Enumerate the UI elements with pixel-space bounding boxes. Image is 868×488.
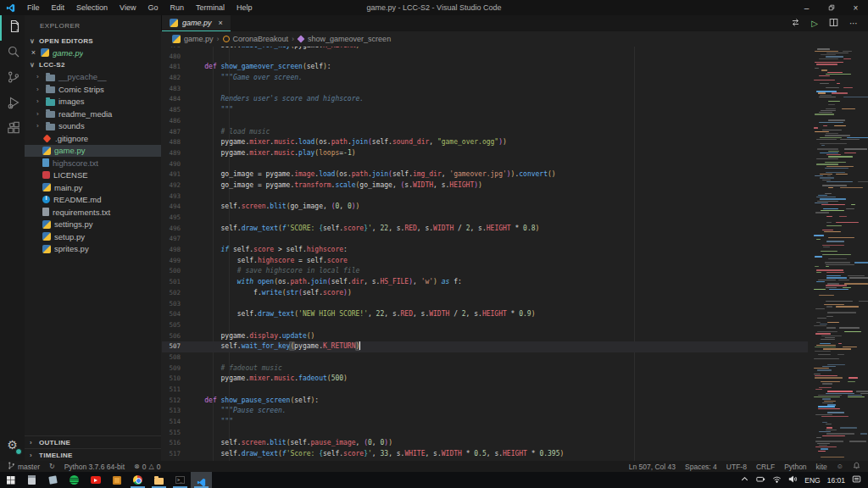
- status-encoding[interactable]: UTF-8: [726, 463, 747, 471]
- code-line-503[interactable]: 503: [162, 299, 808, 310]
- tray-keyboard-language[interactable]: ENG: [804, 476, 820, 485]
- menu-view[interactable]: View: [114, 3, 142, 12]
- status-cursor-position[interactable]: Ln 507, Col 43: [629, 463, 676, 471]
- activity-bar-run-and-debug[interactable]: [0, 92, 25, 117]
- open-editors-header[interactable]: ∨ OPEN EDITORS: [25, 35, 161, 47]
- code-line-486[interactable]: 486: [162, 116, 808, 127]
- code-line-497[interactable]: 497: [162, 234, 808, 245]
- code-line-481[interactable]: 481 def show_gameover_screen(self):: [162, 62, 808, 73]
- tree-item-license[interactable]: LICENSE: [25, 169, 161, 182]
- tree-item-readme-media[interactable]: ›readme_media: [25, 108, 161, 120]
- code-line-509[interactable]: 509 # fadeout music: [162, 363, 808, 374]
- taskbar-spotify[interactable]: [64, 472, 85, 488]
- status-kite-status[interactable]: kite: [816, 463, 827, 471]
- minimap[interactable]: [809, 47, 858, 461]
- status-indentation[interactable]: Spaces: 4: [685, 463, 717, 471]
- tree-item-main-py[interactable]: main.py: [25, 181, 161, 194]
- menu-go[interactable]: Go: [142, 3, 164, 12]
- open-changes-icon[interactable]: [791, 18, 800, 29]
- restore-button[interactable]: [819, 0, 843, 15]
- tree-item-pycache[interactable]: ›__pycache__: [25, 71, 161, 84]
- tree-item-settings-py[interactable]: settings.py: [25, 219, 161, 231]
- code-line-517[interactable]: 517 self.draw_text(f'Score: {self.score}…: [162, 449, 808, 460]
- tray-volume[interactable]: [788, 474, 798, 485]
- breadcrumb-game-py[interactable]: game.py: [172, 35, 214, 43]
- code-line-502[interactable]: 502 f.write(str(self.score)): [162, 288, 808, 299]
- code-line-491[interactable]: 491 go_image = pygame.image.load(os.path…: [162, 169, 808, 180]
- code-line-512[interactable]: 512 def show_pause_screen(self):: [162, 396, 808, 407]
- menu-selection[interactable]: Selection: [70, 3, 114, 12]
- tray-hidden-icons-chevron[interactable]: [740, 474, 749, 485]
- tree-item-gitignore[interactable]: .gitignore: [25, 132, 161, 145]
- status-sync[interactable]: ↻: [49, 463, 55, 470]
- code-line-494[interactable]: 494 self.screen.blit(go_image, (0, 0)): [162, 202, 808, 213]
- tree-item-setup-py[interactable]: setup.py: [25, 230, 161, 243]
- code-line-514[interactable]: 514 """: [162, 417, 808, 428]
- tray-action-center[interactable]: [852, 474, 861, 485]
- outline-section[interactable]: › OUTLINE: [25, 435, 161, 448]
- code-line-499[interactable]: 499 self.highscore = self.score: [162, 256, 808, 267]
- tree-item-readme-md[interactable]: README.md: [25, 194, 161, 207]
- activity-bar-explorer[interactable]: [0, 15, 25, 41]
- status-notifications[interactable]: [853, 461, 860, 472]
- timeline-section[interactable]: › TIMELINE: [25, 448, 161, 461]
- split-editor-icon[interactable]: [829, 18, 838, 29]
- activity-bar-search[interactable]: [0, 41, 25, 66]
- code-line-480[interactable]: 480: [162, 52, 808, 63]
- code-line-513[interactable]: 513 """Pause screen.: [162, 406, 808, 417]
- close-button[interactable]: ×: [843, 0, 868, 15]
- tray-clock[interactable]: 16:01: [827, 476, 845, 485]
- code-line-504[interactable]: 504 self.draw_text('NEW HIGH SCORE!', 22…: [162, 309, 808, 320]
- taskbar-start[interactable]: [0, 472, 21, 488]
- status-git-branch[interactable]: master: [8, 461, 40, 472]
- run-python-file-icon[interactable]: ▷: [811, 19, 818, 28]
- tree-item-game-py[interactable]: game.py: [25, 145, 161, 158]
- taskbar-orange-app[interactable]: [106, 472, 127, 488]
- code-line-489[interactable]: 489 pygame.mixer.music.play(loops=-1): [162, 148, 808, 159]
- taskbar-vscode[interactable]: [191, 472, 212, 488]
- tab-close-icon[interactable]: ×: [219, 19, 223, 27]
- code-line-493[interactable]: 493: [162, 191, 808, 202]
- code-editor[interactable]: 479 self.wait_for_key(pygame.K_RETURN)48…: [162, 47, 868, 461]
- status-language-mode[interactable]: Python: [784, 463, 806, 471]
- taskbar-calculator[interactable]: [21, 472, 42, 488]
- activity-bar-source-control[interactable]: [0, 66, 25, 92]
- status-problems[interactable]: ⊗0△0: [134, 463, 160, 471]
- taskbar-file-explorer[interactable]: [148, 472, 170, 488]
- code-line-511[interactable]: 511: [162, 385, 808, 396]
- status-eol[interactable]: CRLF: [756, 463, 775, 471]
- status-python-version[interactable]: Python 3.7.6 64-bit: [64, 463, 125, 471]
- tray-wifi[interactable]: [772, 474, 782, 485]
- taskbar-chrome[interactable]: [127, 472, 148, 488]
- menu-terminal[interactable]: Terminal: [190, 3, 231, 12]
- code-line-490[interactable]: 490: [162, 159, 808, 170]
- open-editor-game-py[interactable]: ×game.py: [25, 47, 161, 59]
- tree-item-sounds[interactable]: ›sounds: [25, 120, 161, 133]
- code-line-484[interactable]: 484 Renders user's score and highscore.: [162, 94, 808, 105]
- menu-help[interactable]: Help: [231, 3, 259, 12]
- code-line-496[interactable]: 496 self.draw_text(f'SCORE: {self.score}…: [162, 224, 808, 235]
- tree-item-comic-strips[interactable]: ›Comic Strips: [25, 83, 161, 96]
- code-line-510[interactable]: 510 pygame.mixer.music.fadeout(500): [162, 374, 808, 385]
- taskbar-photos[interactable]: [42, 472, 64, 488]
- code-line-508[interactable]: 508: [162, 352, 808, 363]
- activity-bar-extensions[interactable]: [0, 117, 25, 142]
- tab-game-py[interactable]: game.py ×: [162, 15, 231, 31]
- tree-item-images[interactable]: ›images: [25, 96, 161, 108]
- tree-item-requirements-txt[interactable]: requirements.txt: [25, 206, 161, 219]
- code-line-501[interactable]: 501 with open(os.path.join(self.dir, s.H…: [162, 277, 808, 288]
- code-line-498[interactable]: 498 if self.score > self.highscore:: [162, 245, 808, 256]
- folder-root-header[interactable]: ∨ LCC-S2: [25, 59, 161, 71]
- taskbar-terminal[interactable]: >_: [170, 472, 191, 488]
- more-actions-icon[interactable]: ⋯: [849, 19, 858, 28]
- code-line-505[interactable]: 505: [162, 320, 808, 331]
- menu-edit[interactable]: Edit: [46, 3, 71, 12]
- tree-item-sprites-py[interactable]: sprites.py: [25, 243, 161, 256]
- code-line-492[interactable]: 492 go_image = pygame.transform.scale(go…: [162, 180, 808, 191]
- code-line-500[interactable]: 500 # save highscore in local file: [162, 266, 808, 277]
- code-line-495[interactable]: 495: [162, 213, 808, 224]
- code-line-516[interactable]: 516 self.screen.blit(self.pause_image, (…: [162, 438, 808, 449]
- code-line-483[interactable]: 483: [162, 84, 808, 95]
- code-line-482[interactable]: 482 """Game over screen.: [162, 73, 808, 84]
- tree-item-highscore-txt[interactable]: highscore.txt: [25, 157, 161, 169]
